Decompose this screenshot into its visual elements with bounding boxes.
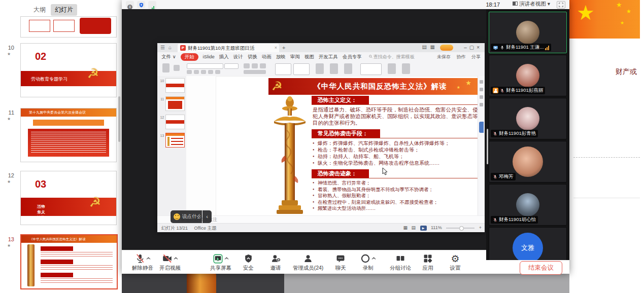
window-controls[interactable]: –▢× — [464, 45, 482, 50]
slide-thumbnail-13-current[interactable]: 《中华人民共和国反恐怖主义法》解读 — [20, 234, 118, 289]
menu-review[interactable]: 审阅 — [290, 54, 300, 60]
command-search[interactable]: 查找命令、搜索模板 — [369, 54, 415, 60]
design-gallery[interactable] — [360, 63, 382, 75]
wps-ribbon[interactable] — [157, 61, 485, 77]
tab-outline[interactable]: 大纲 — [29, 4, 50, 16]
shapes-gallery[interactable] — [275, 63, 291, 75]
textbox-button[interactable] — [293, 63, 310, 75]
animation-star-icon: ★ — [7, 117, 11, 121]
apps-button[interactable]: 应用 — [414, 252, 442, 272]
underline-icon[interactable] — [201, 70, 206, 74]
menu-file[interactable]: 文件 ∨ — [161, 54, 176, 60]
menu-view[interactable]: 视图 — [304, 54, 314, 60]
font-select[interactable] — [187, 63, 223, 69]
fullscreen-icon[interactable] — [557, 1, 565, 9]
chevron-up-icon[interactable] — [146, 257, 151, 260]
bold-icon[interactable] — [187, 70, 192, 74]
new-tab-icon[interactable]: + — [282, 45, 285, 51]
member-badge[interactable] — [440, 45, 453, 51]
pane-thumb-11[interactable] — [165, 96, 185, 111]
meeting-info-icon[interactable]: i — [126, 1, 134, 8]
slide-thumbnail-9-partial[interactable] — [20, 16, 117, 38]
theme-button[interactable] — [344, 63, 352, 74]
slideshow-icon[interactable]: ▶ — [420, 226, 427, 231]
chat-input[interactable]: 说点什么... — [171, 210, 202, 223]
slide-thumbnail-11[interactable]: 第十九届中央委员会第六次全体会议 — [20, 108, 117, 162]
menu-slideshow[interactable]: 放映 — [276, 54, 286, 60]
align-right-icon[interactable] — [260, 63, 266, 68]
expand-tab-icon[interactable] — [479, 122, 484, 133]
align-left-icon[interactable] — [244, 63, 250, 68]
menu-devtools[interactable]: 开发工具 — [319, 54, 338, 60]
chevron-up-icon[interactable] — [174, 257, 178, 260]
participant-video-tile[interactable]: 财务11901 王谦... — [489, 12, 567, 53]
strike-icon[interactable] — [208, 70, 213, 74]
menu-transition[interactable]: 切换 — [248, 54, 257, 60]
tab-list-icon[interactable]: ▤ — [422, 44, 427, 50]
meeting-protect-icon[interactable] — [137, 1, 145, 8]
format-painter-icon[interactable] — [174, 65, 180, 71]
emoji-icon[interactable] — [174, 213, 180, 220]
slide-thumbnail-10[interactable]: 02 劳动教育专题学习 ☭ — [20, 43, 117, 97]
unmute-button[interactable]: 解除静音 — [129, 252, 156, 272]
participant-video-tile[interactable]: 邓梅芳 — [489, 141, 567, 182]
wps-side-toolbar[interactable] — [478, 76, 485, 215]
start-video-button[interactable]: 开启视频 — [156, 252, 184, 272]
layout-button[interactable] — [330, 63, 338, 74]
align-center-icon[interactable] — [252, 63, 258, 68]
home-icon[interactable]: ⌂ — [168, 45, 172, 50]
slide-body: 恐怖主义定义： 是指通过暴力、破坏、恐吓等手段，制造社会恐慌、危害公共安全、侵犯… — [312, 96, 479, 215]
menu-islide[interactable]: iSlide — [203, 54, 215, 59]
menu-icon[interactable]: ☰ — [160, 45, 165, 50]
invite-button[interactable]: 邀请 — [262, 252, 289, 272]
chevron-up-icon[interactable] — [224, 257, 229, 260]
end-meeting-button[interactable]: 结束会议 — [520, 261, 562, 275]
pane-thumb-13-current[interactable] — [165, 133, 185, 148]
document-tab[interactable]: P 财务11901第10月主题班团日活 × — [178, 44, 279, 52]
participant-video-tile[interactable]: 财务11901彭青艳 — [489, 98, 567, 139]
tab-slides[interactable]: 幻灯片 — [51, 4, 77, 16]
chevron-up-icon[interactable] — [371, 257, 376, 260]
find-button[interactable] — [402, 63, 410, 74]
line-spacing-icon[interactable] — [244, 70, 266, 74]
paste-icon[interactable] — [162, 63, 170, 72]
security-button[interactable]: 安全 — [234, 252, 262, 272]
shared-screen-stage: ☰ ⌂ P 财务11901第10月主题班团日活 × + ▤ ▦ –▢× 文件 ∨ — [122, 9, 486, 250]
participant-video-tile[interactable]: 文雅 — [489, 227, 567, 260]
normal-view-icon[interactable]: ▦ — [403, 225, 408, 230]
network-signal-icon[interactable] — [148, 1, 156, 9]
present-button[interactable] — [388, 63, 396, 74]
selection-icon — [480, 103, 483, 106]
highlight-icon[interactable] — [215, 70, 220, 74]
menu-animation[interactable]: 动画 — [262, 54, 272, 60]
menu-member[interactable]: 会员专享 — [343, 54, 362, 60]
manage-members-button[interactable]: 管理成员(24) — [289, 252, 327, 272]
layout-grid-icon[interactable]: ▦ — [430, 44, 435, 50]
new-slide-button[interactable] — [316, 63, 324, 74]
menu-design[interactable]: 设计 — [233, 54, 243, 60]
menu-home[interactable]: 开始 — [181, 53, 198, 61]
participant-video-tile[interactable]: 财务11901彭燕丽 — [489, 55, 567, 96]
breakout-rooms-button[interactable]: 分组讨论 — [387, 252, 414, 272]
sorter-view-icon[interactable]: ▤ — [411, 225, 416, 230]
close-tab-icon[interactable]: × — [275, 45, 277, 50]
pane-thumb-12[interactable] — [165, 115, 185, 129]
record-button[interactable]: 录制 — [354, 252, 382, 272]
italic-icon[interactable] — [194, 70, 199, 74]
participant-video-tile[interactable]: 财务11901胡心怡 — [489, 184, 567, 226]
view-mode-selector[interactable]: 演讲者视图 ▾ — [511, 1, 552, 8]
collapse-icon[interactable]: ‹ — [202, 210, 212, 223]
pane-thumb-10[interactable] — [165, 78, 185, 93]
fit-slide-icon[interactable]: + — [479, 225, 482, 230]
huabiao-fragment — [187, 274, 216, 293]
slide-thumbnail-12[interactable]: 03 《中华人民共和国反恐怖主义法》解读 ☭ — [20, 171, 117, 225]
wps-right-actions[interactable]: 未保存 协作 分享 — [432, 54, 481, 60]
chat-button[interactable]: 聊天 — [327, 252, 354, 272]
settings-button[interactable]: ⚙ 设置 — [442, 252, 469, 272]
menu-insert[interactable]: 插入 — [219, 54, 229, 60]
zoom-slider[interactable] — [446, 228, 474, 229]
participants-scrollbar[interactable] — [487, 129, 488, 164]
share-screen-button[interactable]: 共享屏幕 — [207, 252, 234, 272]
font-size-select[interactable] — [224, 63, 239, 69]
panel-scrollbar[interactable] — [118, 96, 120, 142]
